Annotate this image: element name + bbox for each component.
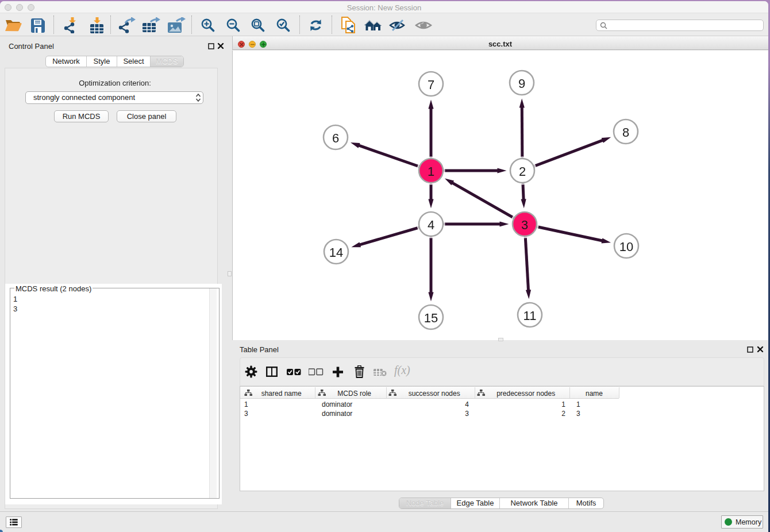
svg-text:1: 1	[428, 164, 434, 179]
svg-text:6: 6	[332, 131, 339, 145]
svg-text:14: 14	[329, 245, 343, 260]
svg-text:15: 15	[424, 311, 438, 325]
svg-text:10: 10	[619, 240, 633, 254]
svg-text:4: 4	[428, 218, 434, 232]
svg-text:2: 2	[519, 164, 526, 179]
svg-text:11: 11	[523, 309, 537, 323]
svg-text:7: 7	[428, 78, 434, 92]
svg-text:3: 3	[521, 218, 528, 232]
svg-text:8: 8	[622, 125, 629, 140]
svg-text:9: 9	[518, 76, 525, 91]
